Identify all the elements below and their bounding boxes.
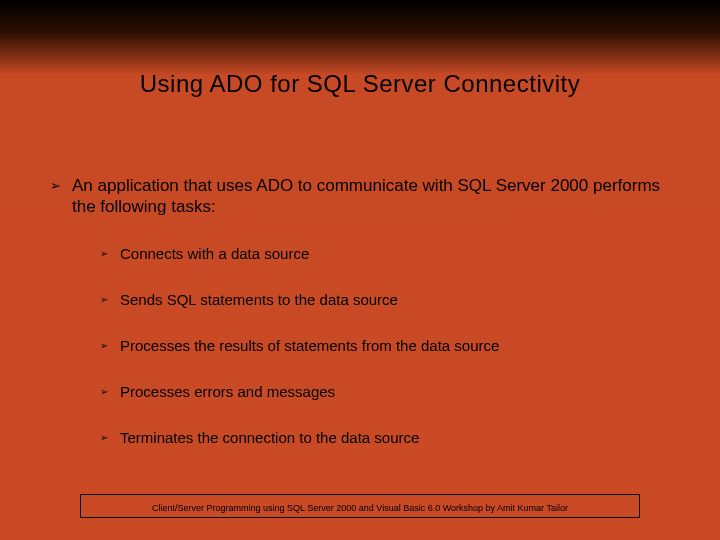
- sub-list: ➢ Connects with a data source ➢ Sends SQ…: [100, 245, 680, 447]
- slide: Using ADO for SQL Server Connectivity ➢ …: [0, 0, 720, 540]
- list-item-text: Connects with a data source: [120, 245, 309, 263]
- slide-title: Using ADO for SQL Server Connectivity: [0, 0, 720, 98]
- arrow-bullet-icon: ➢: [100, 383, 120, 401]
- list-item-text: Sends SQL statements to the data source: [120, 291, 398, 309]
- list-item-text: Processes errors and messages: [120, 383, 335, 401]
- arrow-bullet-icon: ➢: [100, 337, 120, 355]
- list-item: ➢ Processes the results of statements fr…: [100, 337, 680, 355]
- list-item-text: Terminates the connection to the data so…: [120, 429, 419, 447]
- footer-box: Client/Server Programming using SQL Serv…: [80, 494, 640, 518]
- list-item-text: Processes the results of statements from…: [120, 337, 499, 355]
- list-item: ➢ Connects with a data source: [100, 245, 680, 263]
- arrow-bullet-icon: ➢: [100, 429, 120, 447]
- arrow-bullet-icon: ➢: [100, 291, 120, 309]
- footer-text: Client/Server Programming using SQL Serv…: [152, 503, 568, 513]
- list-item: ➢ Terminates the connection to the data …: [100, 429, 680, 447]
- list-item: ➢ Sends SQL statements to the data sourc…: [100, 291, 680, 309]
- arrow-bullet-icon: ➢: [100, 245, 120, 263]
- arrow-bullet-icon: ➢: [50, 175, 72, 196]
- intro-text: An application that uses ADO to communic…: [72, 175, 680, 217]
- slide-content: ➢ An application that uses ADO to commun…: [50, 175, 680, 475]
- list-item: ➢ Processes errors and messages: [100, 383, 680, 401]
- intro-row: ➢ An application that uses ADO to commun…: [50, 175, 680, 217]
